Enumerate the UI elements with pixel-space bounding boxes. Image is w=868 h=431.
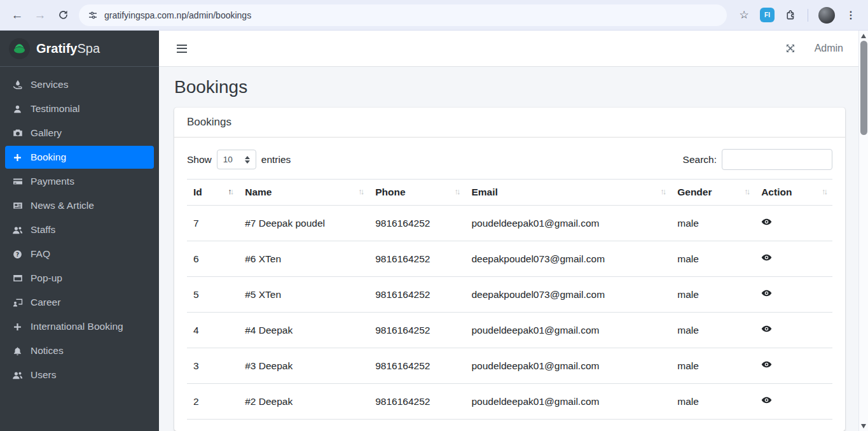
eye-icon xyxy=(761,216,772,227)
cell-gender: male xyxy=(671,277,755,313)
window-icon xyxy=(10,273,25,283)
cell-email: poudeldeepak01@gmail.com xyxy=(465,348,671,384)
site-info-icon[interactable] xyxy=(88,10,98,20)
page-scrollbar[interactable] xyxy=(858,31,868,431)
plus-icon xyxy=(10,322,25,332)
sort-icon: ↑↓ xyxy=(224,187,232,196)
column-header-id[interactable]: Id↑↓ xyxy=(187,180,238,206)
cell-gender: male xyxy=(671,384,755,420)
cell-email: poudeldeepak01@gmail.com xyxy=(465,206,671,241)
table-row: 6 #6 XTen 9816164252 deepakpoudel073@gma… xyxy=(187,241,832,277)
view-booking-button[interactable] xyxy=(761,252,772,263)
view-booking-button[interactable] xyxy=(761,323,772,334)
view-booking-button[interactable] xyxy=(761,216,772,227)
back-button[interactable]: ← xyxy=(6,4,28,26)
scroll-down-arrow-icon[interactable] xyxy=(861,424,866,428)
eye-icon xyxy=(761,323,772,334)
sidebar-item-label: Notices xyxy=(31,345,64,357)
table-row: 3 #3 Deepak 9816164252 poudeldeepak01@gm… xyxy=(187,348,832,384)
page-length-value: 10 xyxy=(223,155,233,164)
sort-icon: ↑↓ xyxy=(740,187,748,196)
sidebar-item-popup[interactable]: Pop-up xyxy=(5,267,154,290)
cell-name: #5 XTen xyxy=(238,277,369,313)
view-booking-button[interactable] xyxy=(761,359,772,370)
bookmark-star-button[interactable]: ☆ xyxy=(733,4,755,26)
sidebar-item-label: Users xyxy=(31,369,56,381)
sidebar-item-users[interactable]: Users xyxy=(5,364,154,386)
top-navbar: Admin xyxy=(159,31,858,67)
brand-link[interactable]: GratifySpa xyxy=(0,31,159,67)
address-bar[interactable]: gratifyingspa.com.np/admin/bookings xyxy=(79,4,727,26)
bookings-card: Bookings Show 10 entries Search: xyxy=(174,108,845,431)
sidebar-toggle-button[interactable] xyxy=(174,42,189,55)
sidebar-item-international-booking[interactable]: International Booking xyxy=(5,315,154,338)
users-icon xyxy=(10,370,25,381)
cell-id: 5 xyxy=(187,277,238,313)
cell-name: #4 Deepak xyxy=(238,313,369,348)
plus-icon xyxy=(10,153,25,162)
url-text: gratifyingspa.com.np/admin/bookings xyxy=(104,10,251,20)
cell-phone: 9816164252 xyxy=(369,206,465,241)
hand-holding-water-icon xyxy=(10,80,25,90)
sidebar-item-payments[interactable]: Payments xyxy=(5,170,154,193)
column-header-gender[interactable]: Gender↑↓ xyxy=(671,180,755,206)
column-header-name[interactable]: Name↑↓ xyxy=(238,180,369,206)
sidebar-item-staffs[interactable]: Staffs xyxy=(5,218,154,241)
view-booking-button[interactable] xyxy=(761,288,772,299)
sidebar-item-booking[interactable]: Booking xyxy=(5,146,154,169)
sidebar-item-faq[interactable]: ? FAQ xyxy=(5,243,154,265)
sort-icon: ↑↓ xyxy=(354,187,362,196)
card-title: Bookings xyxy=(174,108,845,138)
sidebar-item-label: Pop-up xyxy=(31,272,62,284)
cell-phone: 9816164252 xyxy=(369,241,465,277)
view-booking-button[interactable] xyxy=(761,395,772,406)
column-header-action[interactable]: Action↑↓ xyxy=(755,180,832,206)
forward-button[interactable]: → xyxy=(29,4,51,26)
cell-id: 6 xyxy=(187,241,238,277)
page-length-select[interactable]: 10 xyxy=(217,150,256,169)
sidebar-item-label: Booking xyxy=(31,152,66,163)
svg-text:?: ? xyxy=(16,251,19,257)
sidebar-item-label: Career xyxy=(31,297,60,308)
scrollbar-thumb[interactable] xyxy=(860,41,867,135)
column-header-phone[interactable]: Phone↑↓ xyxy=(369,180,465,206)
sidebar-item-label: Staffs xyxy=(31,224,55,236)
table-header-row: Id↑↓ Name↑↓ Phone↑↓ Email↑↓ Gender↑↓ Act… xyxy=(187,180,832,206)
sidebar-item-services[interactable]: Services xyxy=(5,73,154,96)
camera-icon xyxy=(10,128,25,138)
search-label: Search: xyxy=(683,154,717,166)
main-area: Admin Bookings Bookings Show 10 entr xyxy=(159,31,858,431)
sidebar-item-gallery[interactable]: Gallery xyxy=(5,122,154,145)
extensions-button[interactable] xyxy=(780,4,801,26)
table-row: 5 #5 XTen 9816164252 deepakpoudel073@gma… xyxy=(187,277,832,313)
toolbar-divider xyxy=(808,9,808,22)
sidebar-item-testimonial[interactable]: Testimonial xyxy=(5,97,154,120)
expand-arrows-icon xyxy=(785,43,796,53)
content-wrapper: Bookings Bookings Show 10 entries xyxy=(159,67,858,431)
sidebar-item-news-article[interactable]: News & Article xyxy=(5,194,154,217)
cell-name: #7 Deepak poudel xyxy=(238,206,369,241)
cell-id: 7 xyxy=(187,206,238,241)
bookings-table: Id↑↓ Name↑↓ Phone↑↓ Email↑↓ Gender↑↓ Act… xyxy=(187,179,832,420)
scroll-up-arrow-icon[interactable] xyxy=(861,34,866,38)
sidebar-item-label: Gallery xyxy=(31,127,62,139)
fi-extension-button[interactable]: FI xyxy=(760,8,775,22)
browser-menu-button[interactable]: ⋮ xyxy=(840,4,862,26)
sidebar-item-notices[interactable]: Notices xyxy=(5,339,154,362)
sidebar-item-label: Payments xyxy=(31,176,74,187)
sort-icon: ↑↓ xyxy=(818,187,826,196)
profile-avatar[interactable] xyxy=(818,7,835,24)
column-header-email[interactable]: Email↑↓ xyxy=(465,180,671,206)
cell-name: #6 XTen xyxy=(238,241,369,277)
credit-card-icon xyxy=(10,176,25,187)
admin-menu[interactable]: Admin xyxy=(815,43,843,54)
fullscreen-button[interactable] xyxy=(785,43,796,53)
search-input[interactable] xyxy=(722,149,832,170)
newspaper-icon xyxy=(10,201,25,211)
cell-name: #2 Deepak xyxy=(238,384,369,420)
users-icon xyxy=(10,225,25,236)
cell-gender: male xyxy=(671,313,755,348)
sidebar-item-career[interactable]: Career xyxy=(5,291,154,314)
user-icon xyxy=(10,104,25,114)
reload-button[interactable] xyxy=(52,4,74,26)
